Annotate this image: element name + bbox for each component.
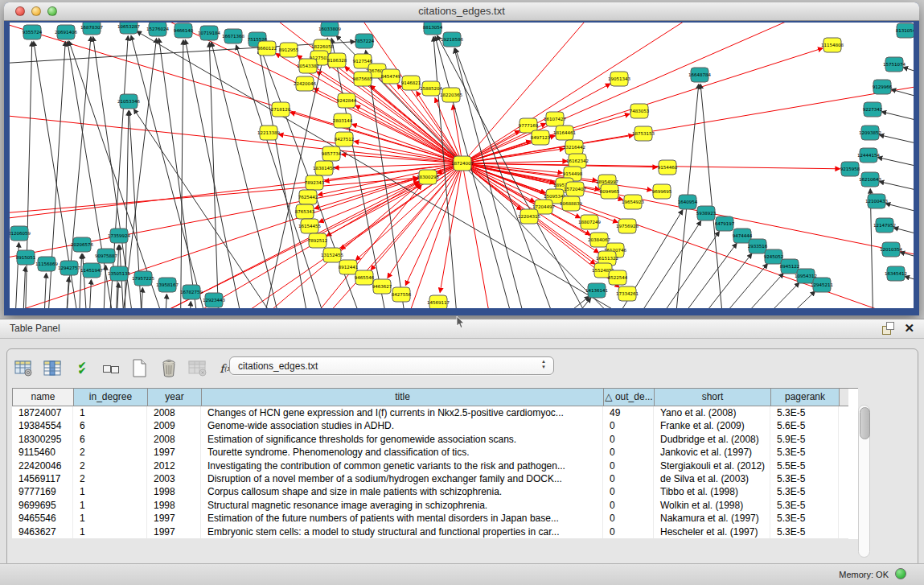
graph-node-label: 15885204 [420,86,442,91]
table-cell: Franke et al. (2009) [654,419,770,432]
show-columns-icon[interactable] [43,359,64,378]
graph-edge [440,163,462,292]
table-cell: 5.3E-5 [770,485,839,498]
graph-node-label: 13505135 [108,271,130,276]
column-header-title[interactable]: title [202,389,604,406]
graph-edge [162,295,166,308]
table-panel-body: ✔✔ f(x) citations_edges.txt ▲▼ namein_de… [6,348,918,585]
table-cell: Jankovic et al. (1997) [654,446,770,459]
table-cell: 5.5E-5 [770,459,839,472]
graph-edge [275,163,462,308]
table-cell: 0 [603,512,654,525]
table-cell: de Silva et al. (2003) [654,472,770,485]
graph-edge [462,163,840,169]
table-row[interactable]: 1830029562008Estimation of significance … [12,433,848,446]
graph-node-label: 21206059 [10,231,31,236]
graph-edge [462,23,830,163]
row-checks-icon[interactable]: ✔✔ [72,359,92,378]
table-row[interactable]: 1872400712008Changes of HCN gene express… [12,406,848,419]
float-window-icon[interactable] [882,322,894,334]
close-panel-icon[interactable]: ✕ [904,322,914,334]
table-cell: 6 [73,419,147,432]
graph-node-label: 9146821 [401,80,421,85]
table-row[interactable]: 977716911998Corpus callosum shape and si… [12,485,848,498]
graph-edge [462,163,914,308]
table-cell: Hescheler et al. (1997) [654,525,770,538]
scrollbar-thumb[interactable] [860,407,870,439]
table-cell: 6 [73,433,147,446]
graph-edge [236,45,341,308]
table-cell: 0 [603,419,654,432]
column-header-name[interactable]: name [13,389,74,406]
window-titlebar[interactable]: citations_edges.txt [4,2,919,21]
table-cell: 0 [603,433,654,446]
graph-node-label: 1640954 [678,200,698,204]
graph-node-label: 9465546 [355,275,375,280]
combo-arrows-icon: ▲▼ [541,359,546,369]
graph-node-label: 9466140 [174,28,194,33]
table-cell: 5.9E-5 [770,433,839,446]
delete-table-disabled-icon [187,359,208,378]
graph-node-label: 16878307 [80,25,103,30]
graph-node-label: 18381456 [313,166,335,171]
table-cell: Investigating the contribution of common… [201,459,603,472]
table-row[interactable]: 2242004622012Investigating the contribut… [12,459,848,472]
table-row[interactable]: 911546021997Tourette syndrome. Phenomeno… [12,446,848,459]
table-cell: 5.3E-5 [770,406,839,419]
table-selector-combo[interactable]: citations_edges.txt ▲▼ [229,356,554,375]
graph-node-label: 18220365 [440,93,462,97]
column-header-in-degree[interactable]: in_degree [74,389,148,406]
graph-node-label: 8912441 [339,265,359,270]
graph-node-label: 8186328 [327,58,347,63]
graph-node-label: 7892343 [305,180,325,185]
memory-status-label: Memory: OK [839,570,889,579]
vertical-scrollbar[interactable] [858,405,870,558]
graph-node-label: 12923443 [203,298,225,303]
stacked-squares-icon[interactable] [101,359,121,378]
graph-node-label: 8094965 [600,189,620,194]
graph-node-label: 14136141 [585,288,608,293]
table-cell: 1997 [147,525,201,538]
column-header-pagerank[interactable]: pagerank [771,389,840,406]
table-cell: 0 [603,485,654,498]
graph-edge [83,254,90,308]
graph-node-label: 11451947 [80,268,103,273]
table-row[interactable]: 969969511998Structural magnetic resonanc… [12,499,848,512]
graph-edge [185,40,253,308]
table-cell: 2009 [147,419,201,432]
graph-node-label: 2803144 [333,118,353,123]
table-options-icon[interactable] [14,359,35,378]
table-cell: Disruption of a novel member of a sodium… [201,472,603,485]
table-row[interactable]: 1938455462009Genome-wide association stu… [12,419,848,432]
graph-node-label: 12942757 [58,266,80,270]
network-view-frame: 9355724206914061687830710653287152760249… [4,21,919,315]
network-canvas[interactable]: 9355724206914061687830710653287152760249… [10,23,914,308]
graph-node-label: 8660122 [257,46,277,51]
table-cell: 1 [73,525,147,538]
table-row[interactable]: 946554611997Estimation of the future num… [12,512,848,525]
graph-node-label: 7892512 [308,238,328,243]
table-cell: 1 [73,406,147,419]
table-row[interactable]: 946362711997Embryonic stem cells: a mode… [12,525,848,538]
graph-node-label: 8454749 [381,74,401,79]
graph-edge [882,112,914,130]
column-header-year[interactable]: year [148,389,202,406]
table-cell: 5.6E-5 [770,419,839,432]
graph-edge [21,267,25,308]
node-table: namein_degreeyeartitle△ out_de...shortpa… [12,388,848,538]
graph-node-label: 9463627 [372,284,392,289]
graph-edge [455,48,574,308]
table-cell: 1997 [147,512,201,525]
graph-edge [10,178,417,216]
table-cell: 2 [73,472,147,485]
column-header-out-de-[interactable]: △ out_de... [604,389,655,406]
graph-node-label: 19051343 [608,76,630,81]
graph-node-label: 18807249 [578,220,601,225]
graph-edge [878,158,914,175]
trash-icon[interactable] [158,359,179,378]
new-document-icon[interactable] [129,359,150,378]
table-row[interactable]: 1456911722003Disruption of a novel membe… [12,472,848,485]
column-header-short[interactable]: short [655,389,771,406]
graph-edge [462,163,500,308]
mouse-cursor [455,316,466,329]
